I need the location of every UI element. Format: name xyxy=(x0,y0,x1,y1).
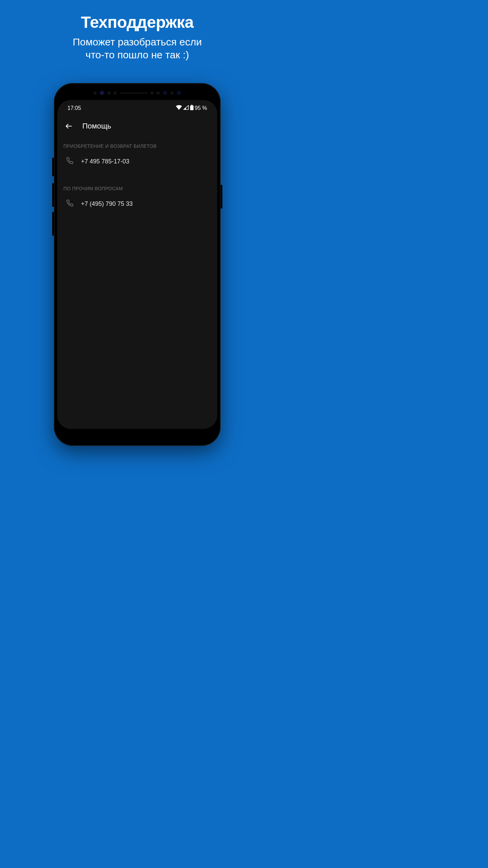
phone-sensor-bar xyxy=(54,91,221,95)
content: ПРИОБРЕТЕНИЕ И ВОЗВРАТ БИЛЕТОВ +7 495 78… xyxy=(57,137,217,213)
sensor-dot xyxy=(94,92,97,95)
promo-subtitle: Поможет разобраться если что-то пошло не… xyxy=(0,36,274,61)
sensor-dot xyxy=(107,92,110,95)
earpiece-speaker xyxy=(120,92,147,94)
sensor-dot xyxy=(157,92,160,95)
signal-icon xyxy=(183,105,189,111)
sensor-dot xyxy=(170,92,174,95)
status-right: 95 % xyxy=(176,105,207,112)
iris-sensor xyxy=(100,91,104,95)
phone-body: 17:05 95 % Помо xyxy=(54,83,221,446)
phone-icon xyxy=(66,157,74,166)
section-header: ПО ПРОЧИМ ВОПРОСАМ xyxy=(63,179,211,195)
phone-row-other[interactable]: +7 (495) 790 75 33 xyxy=(63,195,211,213)
wifi-icon xyxy=(176,105,182,111)
sensor-dot xyxy=(150,92,154,95)
promo-subtitle-line2: что-то пошло не так :) xyxy=(85,49,189,60)
svg-rect-0 xyxy=(190,105,194,110)
promo-title: Техподдержка xyxy=(0,13,274,32)
section-header: ПРИОБРЕТЕНИЕ И ВОЗВРАТ БИЛЕТОВ xyxy=(63,137,211,152)
phone-side-button xyxy=(221,185,222,209)
promo-header: Техподдержка Поможет разобраться если чт… xyxy=(0,0,274,61)
phone-number: +7 (495) 790 75 33 xyxy=(81,200,133,208)
sensor-dot xyxy=(114,92,117,95)
phone-mockup: 17:05 95 % Помо xyxy=(54,83,221,446)
app-bar-title: Помощь xyxy=(82,122,111,131)
svg-rect-1 xyxy=(191,105,192,105)
back-icon[interactable] xyxy=(65,122,73,130)
app-bar: Помощь xyxy=(57,112,217,137)
phone-screen: 17:05 95 % Помо xyxy=(57,100,217,429)
battery-icon xyxy=(190,105,194,112)
phone-row-tickets[interactable]: +7 495 785-17-03 xyxy=(63,152,211,171)
front-camera xyxy=(177,91,181,95)
front-camera xyxy=(163,91,167,95)
phone-number: +7 495 785-17-03 xyxy=(81,158,129,165)
status-bar: 17:05 95 % xyxy=(57,100,217,112)
phone-icon xyxy=(66,199,74,209)
promo-subtitle-line1: Поможет разобраться если xyxy=(73,36,202,47)
status-time: 17:05 xyxy=(67,105,81,111)
battery-percent: 95 % xyxy=(195,105,207,111)
